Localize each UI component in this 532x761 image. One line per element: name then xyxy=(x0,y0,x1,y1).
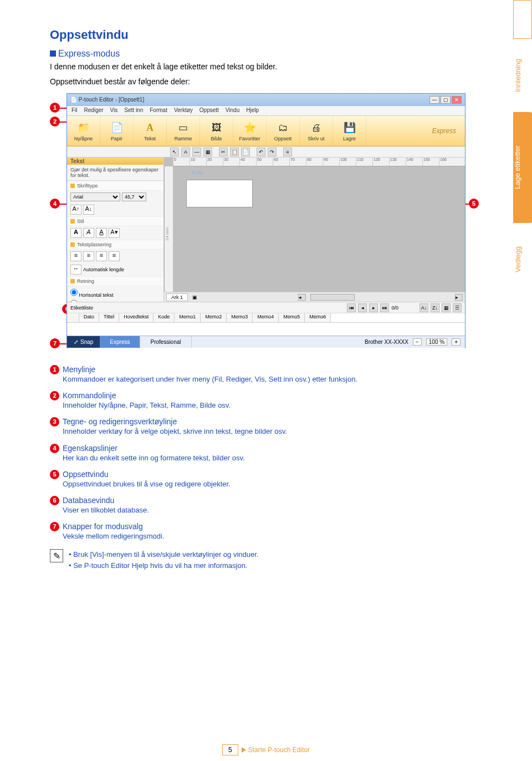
db-col[interactable]: Tittel xyxy=(99,313,119,322)
legend-desc: Inneholder Ny/åpne, Papir, Tekst, Ramme,… xyxy=(63,400,482,410)
db-col[interactable]: Dato xyxy=(79,313,99,322)
side-tab-appendix[interactable]: Vedlegg xyxy=(513,226,532,293)
professional-mode-button[interactable]: Professional xyxy=(140,336,191,348)
canvas-area[interactable]: 0102030405060708090100110120130140150160… xyxy=(164,158,465,302)
property-panel: Tekst Gjør det mulig å spesifisere egens… xyxy=(67,158,164,302)
menu-item[interactable]: Vindu xyxy=(226,107,239,114)
align-center-button[interactable]: ≡ xyxy=(83,251,94,261)
side-tab-intro[interactable]: Innledning xyxy=(513,42,532,109)
db-sort-icon[interactable]: A↓ xyxy=(420,303,428,312)
menu-item[interactable]: Hjelp xyxy=(246,107,259,114)
express-mode-button[interactable]: Express xyxy=(100,336,140,348)
scroll-left-icon[interactable]: ◂ xyxy=(298,294,306,301)
align-icon[interactable]: ≡ xyxy=(283,148,292,156)
italic-button[interactable]: A xyxy=(83,228,94,238)
cmd-layout[interactable]: 🗂Oppsett xyxy=(267,116,300,146)
menu-item[interactable]: Fil xyxy=(71,107,78,114)
sheet-tabs: Ark 1 ▣ ◂ ▸ xyxy=(164,292,465,302)
legend-desc: Veksle mellom redigeringsmodi. xyxy=(63,531,482,541)
align-left-button[interactable]: ≡ xyxy=(70,251,81,261)
cmd-paper[interactable]: 📄Papir xyxy=(100,116,134,146)
zoom-value[interactable]: 100 % xyxy=(426,338,447,346)
scrollbar[interactable] xyxy=(310,294,355,301)
bold-button[interactable]: A xyxy=(70,228,81,238)
db-col[interactable]: Memo2 xyxy=(201,313,227,322)
legend-title: Menylinje xyxy=(63,365,95,374)
length-mode-button[interactable]: ↔ xyxy=(70,265,81,275)
text-tool-icon[interactable]: A xyxy=(181,148,190,156)
sheet-add-icon[interactable]: ▣ xyxy=(192,295,197,300)
cmd-frame[interactable]: ▭Ramme xyxy=(167,116,200,146)
grid-icon[interactable]: ▦ xyxy=(203,148,212,156)
zoom-icon[interactable]: — xyxy=(192,148,201,156)
db-position: 0/0 xyxy=(391,305,398,311)
horizontal-radio[interactable]: Horisontal tekst xyxy=(70,288,160,298)
minimize-button[interactable]: — xyxy=(429,96,439,104)
db-view2-icon[interactable]: ☰ xyxy=(453,303,462,312)
copy-icon[interactable]: 📋 xyxy=(230,148,239,156)
db-col[interactable]: Kode xyxy=(154,313,175,322)
cmd-image[interactable]: 🖼Bilde xyxy=(200,116,233,146)
paste-icon[interactable]: 📄 xyxy=(241,148,250,156)
db-col[interactable]: Hovedtekst xyxy=(119,313,154,322)
close-button[interactable]: ✕ xyxy=(452,96,462,104)
menu-item[interactable]: Verktøy xyxy=(174,107,193,114)
cmd-favorites[interactable]: ⭐Favoritter xyxy=(233,116,267,146)
cmd-print[interactable]: 🖨Skriv ut xyxy=(300,116,333,146)
scroll-right-icon[interactable]: ▸ xyxy=(455,294,463,301)
underline-button[interactable]: A xyxy=(96,228,107,238)
db-first-icon[interactable]: ⏮ xyxy=(347,303,356,312)
menu-item[interactable]: Rediger xyxy=(84,107,104,114)
print-icon: 🖨 xyxy=(309,120,324,135)
maximize-button[interactable]: ▢ xyxy=(441,96,451,104)
tool-bar: ↖ A — ▦ ✂ 📋 📄 ↶ ↷ ≡ xyxy=(67,146,465,158)
zoom-in-button[interactable]: + xyxy=(452,338,461,346)
menu-item[interactable]: Vis xyxy=(110,107,118,114)
font-increase-button[interactable]: A↑ xyxy=(70,205,81,215)
panel-description: Gjør det mulig å spesifisere egenskaper … xyxy=(67,165,163,181)
zoom-out-button[interactable]: − xyxy=(413,338,422,346)
font-select[interactable]: Arial xyxy=(70,192,120,201)
font-section-label: Skrifttype xyxy=(67,181,163,191)
db-next-icon[interactable]: ▸ xyxy=(369,303,378,312)
font-size-select[interactable]: 45,7 xyxy=(122,192,146,201)
snap-mode-button[interactable]: ⤢ Snap xyxy=(67,336,100,348)
paper-icon: 📄 xyxy=(110,120,124,135)
db-col[interactable]: Memo3 xyxy=(227,313,253,322)
side-tab-labels[interactable]: Lage etiketter xyxy=(513,112,532,223)
align-justify-button[interactable]: ≡ xyxy=(109,251,120,261)
menu-item[interactable]: Oppsett xyxy=(200,107,219,114)
document-page: Innledning Lage etiketter Vedlegg Oppset… xyxy=(0,0,532,738)
menu-item[interactable]: Format xyxy=(150,107,167,114)
legend-list: 1Menylinje Kommandoer er kategorisert un… xyxy=(50,365,482,541)
sheet-tab[interactable]: Ark 1 xyxy=(166,293,188,301)
cmd-text[interactable]: ATekst xyxy=(134,116,167,146)
legend-item: 2Kommandolinje Inneholder Ny/åpne, Papir… xyxy=(50,391,482,410)
db-col[interactable]: Memo4 xyxy=(253,313,279,322)
db-view-icon[interactable]: ▦ xyxy=(442,303,451,312)
db-col[interactable]: Memo6 xyxy=(305,313,331,322)
pointer-icon[interactable]: ↖ xyxy=(170,148,179,156)
redo-icon[interactable]: ↷ xyxy=(268,148,277,156)
legend-item: 4Egenskapslinjer Her kan du enkelt sette… xyxy=(50,444,482,463)
db-col[interactable]: Memo1 xyxy=(175,313,201,322)
db-col[interactable]: Memo5 xyxy=(279,313,305,322)
menu-item[interactable]: Sett inn xyxy=(124,107,143,114)
callout-7: 7 xyxy=(50,338,60,348)
legend-item: 3Tegne- og redigeringsverktøylinje Inneh… xyxy=(50,417,482,437)
db-prev-icon[interactable]: ◂ xyxy=(358,303,367,312)
main-area: Tekst Gjør det mulig å spesifisere egens… xyxy=(67,158,465,302)
align-right-button[interactable]: ≡ xyxy=(96,251,107,261)
cut-icon[interactable]: ✂ xyxy=(219,148,228,156)
effects-button[interactable]: A▾ xyxy=(109,228,120,238)
db-last-icon[interactable]: ⏭ xyxy=(380,303,389,312)
undo-icon[interactable]: ↶ xyxy=(257,148,265,156)
label-canvas[interactable] xyxy=(186,180,253,207)
font-decrease-button[interactable]: A↓ xyxy=(83,205,94,215)
intro-text-2: Oppsettvinduet består av følgende deler: xyxy=(50,76,482,88)
cmd-new-open[interactable]: 📁Ny/åpne xyxy=(67,116,100,146)
db-sort2-icon[interactable]: Z↓ xyxy=(431,303,439,312)
legend-title: Egenskapslinjer xyxy=(63,444,117,453)
legend-item: 7Knapper for modusvalg Veksle mellom red… xyxy=(50,522,482,541)
cmd-save[interactable]: 💾Lagre xyxy=(333,116,366,146)
